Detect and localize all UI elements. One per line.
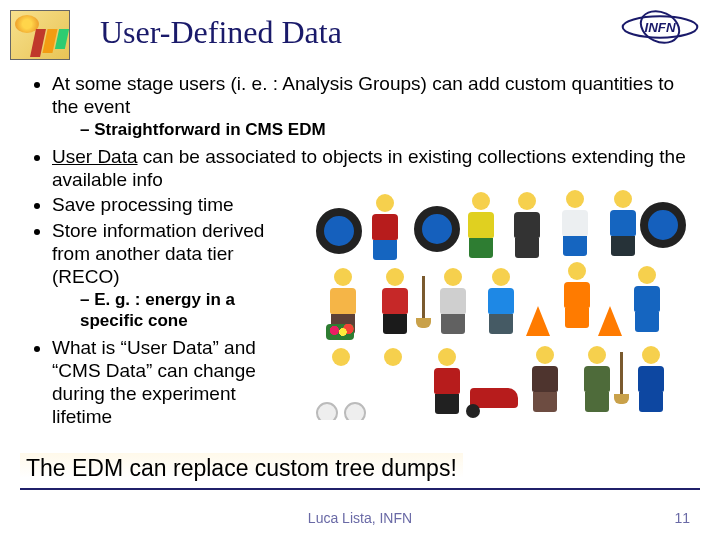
- bullet-3: Save processing time: [52, 193, 282, 216]
- callout-rule: [20, 488, 700, 490]
- bullet-2-tail: can be associated to objects in existing…: [52, 146, 686, 190]
- footer-author: Luca Lista, INFN: [0, 510, 720, 526]
- callout-text: The EDM can replace custom tree dumps!: [20, 453, 463, 484]
- bullet-2-link-term: User Data: [52, 146, 138, 167]
- bullet-2: User Data can be associated to objects i…: [52, 145, 692, 191]
- bullet-1: At some stage users (i. e. : Analysis Gr…: [52, 72, 692, 141]
- bullet-4-text: Store information derived from another d…: [52, 220, 264, 287]
- bullet-1-sub-1: Straightforward in CMS EDM: [80, 120, 692, 141]
- infn-logo: INFN: [620, 10, 700, 44]
- cms-logo: [10, 10, 70, 60]
- bullet-4: Store information derived from another d…: [52, 219, 282, 332]
- infn-logo-text: INFN: [644, 20, 675, 35]
- slide-title: User-Defined Data: [100, 14, 342, 51]
- footer-page-number: 11: [674, 510, 690, 526]
- lego-minifigures-image: [310, 190, 690, 420]
- bullet-4-sub-1: E. g. : energy in a specific cone: [80, 290, 282, 331]
- slide: User-Defined Data INFN At some stage use…: [0, 0, 720, 540]
- bullet-1-text: At some stage users (i. e. : Analysis Gr…: [52, 73, 674, 117]
- bullet-5: What is “User Data” and “CMS Data” can c…: [52, 336, 282, 429]
